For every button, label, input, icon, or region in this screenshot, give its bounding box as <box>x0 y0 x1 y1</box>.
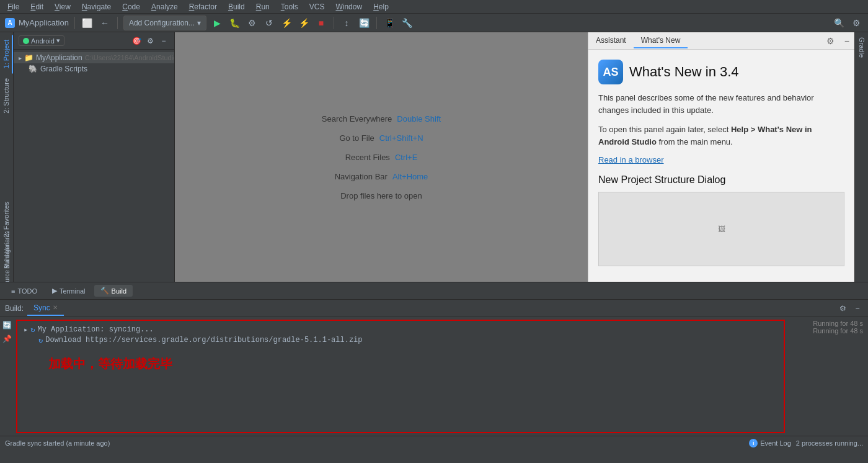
build-tab-icon: 🔨 <box>100 287 109 295</box>
hint-recent-shortcut: Ctrl+E <box>395 153 417 162</box>
bottom-tool-tabs: ≡ TODO ▶ Terminal 🔨 Build <box>0 282 868 299</box>
menu-help[interactable]: Help <box>368 1 394 12</box>
hint-goto-text: Go to File <box>339 133 374 143</box>
search-everywhere-btn[interactable]: 🔍 <box>832 16 846 30</box>
run-btn[interactable]: ▶ <box>210 16 224 30</box>
body2: To open this panel again later, select H… <box>598 124 844 148</box>
build-right-status: Running for 48 s Running for 48 s <box>787 317 868 436</box>
app-title: MyApplication <box>19 18 69 27</box>
back-btn[interactable]: ← <box>98 16 112 30</box>
menu-code[interactable]: Code <box>117 1 145 12</box>
build-panel-header: Build: Sync ✕ ⚙ − <box>0 300 868 317</box>
build-label: Build: <box>5 304 24 313</box>
menu-analyze[interactable]: Analyze <box>146 1 183 12</box>
download-line: Download https://services.gradle.org/dis… <box>45 336 362 344</box>
build-left-strip: 🔄 📌 <box>0 317 14 436</box>
toolbar: A MyApplication ⬜ ← Add Configuration...… <box>0 14 868 32</box>
config-dropdown[interactable]: Add Configuration... ▾ <box>123 16 206 30</box>
event-log-item[interactable]: i Event Log <box>749 439 791 447</box>
tab-whats-new[interactable]: What's New <box>634 34 688 48</box>
profile-btn[interactable]: ⚙ <box>245 16 259 30</box>
menu-tools[interactable]: Tools <box>276 1 303 12</box>
gradle-tab[interactable]: Gradle <box>856 32 867 63</box>
settings-btn[interactable]: ⚙ <box>849 16 863 30</box>
read-in-browser-link[interactable]: Read in a browser <box>598 155 664 164</box>
running-status-1: Running for 48 s <box>787 320 863 327</box>
separator3 <box>334 17 334 29</box>
right-panel: Assistant What's New ⚙ − AS What's New i… <box>588 32 854 282</box>
debug-btn[interactable]: 🐛 <box>228 16 241 30</box>
sync-message: Gradle sync started (a minute ago) <box>5 439 110 447</box>
tab-terminal[interactable]: ▶ Terminal <box>46 285 92 297</box>
avd-btn[interactable]: 📱 <box>383 16 396 30</box>
build-minimize-btn[interactable]: − <box>852 303 863 314</box>
panel-close-btn[interactable]: − <box>839 36 854 46</box>
menu-view[interactable]: View <box>50 1 76 12</box>
menu-vcs[interactable]: VCS <box>304 1 330 12</box>
project-structure-image: 🖼 <box>598 192 844 266</box>
apply-changes-btn[interactable]: ⚡ <box>280 16 293 30</box>
gradle-sync-btn[interactable]: 🔄 <box>357 16 371 30</box>
resource-manager-icon[interactable]: Resource Manager <box>0 263 14 277</box>
chevron-icon: ▾ <box>56 37 60 45</box>
menu-file[interactable]: File <box>2 1 24 12</box>
sidebar-item-project[interactable]: 1: Project <box>1 35 13 73</box>
process-count: 2 processes running... <box>796 439 863 447</box>
stop-btn[interactable]: ■ <box>314 16 328 30</box>
tree-item-gradle-scripts[interactable]: 🐘 Gradle Scripts <box>14 63 174 74</box>
android-dot <box>23 38 29 44</box>
separator2 <box>117 17 118 29</box>
tab-todo[interactable]: ≡ TODO <box>5 285 43 297</box>
config-label: Add Configuration... <box>129 19 195 27</box>
hint-recent-text: Recent Files <box>345 153 390 162</box>
sdk-btn[interactable]: 🔧 <box>400 16 414 30</box>
hint-drop-text: Drop files here to open <box>340 191 422 200</box>
build-line-1: ▸ ↻ My Application: syncing... <box>24 325 777 335</box>
menu-run[interactable]: Run <box>251 1 275 12</box>
build-settings-btn[interactable]: ⚙ <box>837 303 848 314</box>
body2-prefix: To open this panel again later, select <box>598 125 731 134</box>
android-studio-icon: AS <box>598 60 623 84</box>
restore-btn[interactable]: ⬜ <box>81 16 94 30</box>
menu-build[interactable]: Build <box>223 1 250 12</box>
build-output: ▸ ↻ My Application: syncing... ↻ Downloa… <box>16 320 785 433</box>
bottom-panel: Build: Sync ✕ ⚙ − 🔄 📌 ▸ ↻ <box>0 299 868 436</box>
sync-tab-label: Sync <box>33 303 50 312</box>
app-icon: A <box>5 18 15 28</box>
tab-assistant[interactable]: Assistant <box>588 34 634 48</box>
running-status-2: Running for 48 s <box>787 327 863 335</box>
android-selector[interactable]: Android ▾ <box>19 35 64 46</box>
hint-navbar-shortcut: Alt+Home <box>392 172 428 181</box>
right-sidebar-strip: Gradle <box>854 32 868 282</box>
body1: This panel describes some of the new fea… <box>598 92 844 116</box>
sync-tab[interactable]: Sync ✕ <box>27 301 64 316</box>
panel-settings-btn[interactable]: ⚙ <box>144 35 156 47</box>
build-output-area: 🔄 📌 ▸ ↻ My Application: syncing... <box>0 317 868 436</box>
sync-tab-close[interactable]: ✕ <box>53 304 58 311</box>
sync-btn[interactable]: ↕ <box>340 16 353 30</box>
spinner-icon: ↻ <box>30 325 35 335</box>
reload-btn[interactable]: ↺ <box>262 16 276 30</box>
menu-refactor[interactable]: Refactor <box>184 1 222 12</box>
pin-icon[interactable]: 📌 <box>1 333 12 344</box>
tree-item-myapplication[interactable]: ▸ 📁 MyApplication C:\Users\22164\Android… <box>14 52 174 63</box>
sync-icon[interactable]: 🔄 <box>1 320 12 331</box>
image-placeholder-icon: 🖼 <box>718 225 725 233</box>
tab-build[interactable]: 🔨 Build <box>94 285 133 297</box>
project-icon: 📁 <box>24 53 33 62</box>
hint-drop: Drop files here to open <box>340 191 422 200</box>
menu-window[interactable]: Window <box>330 1 367 12</box>
menu-edit[interactable]: Edit <box>25 1 48 12</box>
sidebar-item-structure[interactable]: 2: Structure <box>1 73 13 119</box>
content-area: 1: Project 2: Structure 2: Favorites Bui… <box>0 32 868 282</box>
separator1 <box>74 17 75 29</box>
build-tab-label: Build <box>112 287 126 295</box>
minimize-btn[interactable]: − <box>158 35 169 47</box>
panel-gear-btn[interactable]: ⚙ <box>822 36 839 46</box>
menu-navigate[interactable]: Navigate <box>77 1 116 12</box>
build-line-2: ↻ Download https://services.gradle.org/d… <box>24 335 777 346</box>
terminal-label: Terminal <box>60 287 86 295</box>
main-layout: 1: Project 2: Structure 2: Favorites Bui… <box>0 32 868 449</box>
apply-code-changes-btn[interactable]: ⚡ <box>297 16 311 30</box>
locate-btn[interactable]: 🎯 <box>131 35 142 47</box>
